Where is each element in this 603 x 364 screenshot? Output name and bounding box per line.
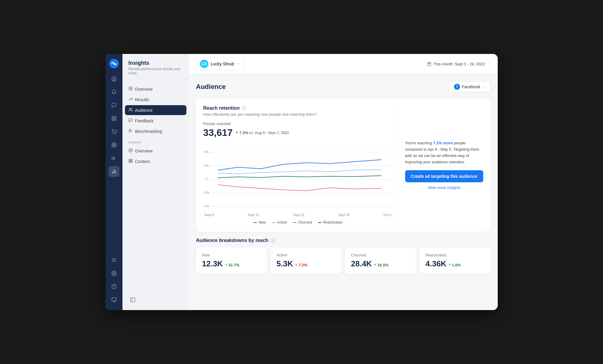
facebook-icon: f: [454, 84, 460, 90]
reach-info-icon[interactable]: i: [241, 106, 246, 111]
breakdown-card-churned: Churned 28.4K 16.5%: [345, 247, 416, 274]
people-reached-value: 33,617 7.2% vs. Aug 8 - Sept 7, 2022: [203, 127, 393, 138]
breakdown-info-icon[interactable]: i: [270, 238, 275, 243]
nav-icon-feedback[interactable]: [109, 294, 119, 305]
breakdown-card-reactivated: Reactivated 4.36K 1.8%: [420, 247, 490, 274]
svg-rect-5: [112, 119, 113, 121]
calendar-icon: [427, 62, 431, 66]
sidebar-item-feedback-label: Feedback: [135, 118, 154, 123]
bc-reactivated-value: 4.36K 1.8%: [426, 259, 484, 268]
legend-new-dot: [253, 222, 257, 223]
main-content: LS Lucky Shrub This month: Sept 1 - 24, …: [189, 54, 498, 310]
bc-new-label: New: [202, 253, 261, 257]
date-selector[interactable]: This month: Sept 1 - 24, 2022: [427, 62, 490, 66]
sidebar-item-benchmarking[interactable]: Benchmarking: [125, 126, 186, 136]
svg-rect-3: [114, 116, 116, 118]
chart-legend: New Active Churned: [203, 220, 393, 224]
content-content-icon: [129, 159, 133, 164]
svg-text:-40k: -40k: [203, 204, 210, 208]
nav-icon-analytics[interactable]: [109, 166, 119, 177]
up-icon: [225, 263, 228, 266]
sidebar-item-content-content[interactable]: Content: [125, 156, 186, 166]
nav-icon-home[interactable]: [109, 73, 119, 84]
benchmarking-icon: [129, 129, 133, 134]
platform-chevron-icon: [482, 85, 486, 89]
account-selector[interactable]: LS Lucky Shrub: [196, 58, 244, 70]
reach-retention-title: Reach retention i: [203, 105, 393, 111]
nav-icon-bell[interactable]: [109, 86, 119, 97]
bc-active-label: Active: [277, 253, 335, 257]
sidebar-item-overview[interactable]: Overview: [125, 84, 186, 94]
svg-rect-36: [130, 298, 135, 302]
nav-icon-pages[interactable]: [109, 113, 119, 124]
create-ad-button[interactable]: Create ad targeting this audience: [405, 170, 483, 182]
svg-rect-34: [131, 161, 132, 162]
sidebar-item-content-overview[interactable]: Overview: [125, 146, 186, 156]
legend-churned-dot: [293, 222, 297, 223]
nav-icon-shop[interactable]: [109, 126, 119, 137]
legend-active: Active: [272, 220, 287, 224]
sidebar-item-feedback[interactable]: Feedback: [125, 116, 186, 126]
sidebar-item-results[interactable]: Results: [125, 95, 186, 105]
chevron-down-icon: [236, 62, 240, 66]
sidebar-item-audience-label: Audience: [135, 108, 153, 113]
svg-marker-12: [112, 157, 114, 160]
platform-selector[interactable]: f Facebook: [449, 81, 490, 92]
bc-reactivated-label: Reactivated: [426, 253, 484, 257]
view-more-insights-link[interactable]: View more insights: [405, 185, 483, 190]
sidebar-subtitle: Review performance results and more.: [129, 67, 183, 75]
app-logo[interactable]: [109, 59, 119, 68]
content-overview-icon: [129, 148, 133, 153]
card-side: You're reaching 7.2% more people compare…: [399, 105, 483, 224]
page-title: Audience: [196, 83, 226, 91]
legend-churned: Churned: [293, 220, 312, 224]
legend-reactivated-dot: [318, 222, 322, 223]
breakdown-cards: New 12.3K 32.7% Active 5.3K: [196, 247, 490, 274]
content-section-label: Content: [125, 137, 186, 145]
svg-rect-4: [114, 119, 116, 121]
nav-icon-megaphone[interactable]: [109, 153, 119, 164]
insight-highlight: 7.2% more: [433, 141, 453, 145]
svg-point-27: [129, 108, 131, 110]
nav-icon-help[interactable]: [109, 281, 119, 292]
sidebar-item-overview-label: Overview: [135, 87, 153, 92]
page-header: Audience f Facebook: [196, 81, 490, 92]
nav-icon-menu[interactable]: [109, 255, 119, 265]
bc-churned-value: 28.4K 16.5%: [351, 259, 410, 268]
breakdown-card-active: Active 5.3K 7.2%: [271, 247, 341, 274]
people-reached-label: People reached: [203, 121, 393, 126]
breakdown-section: Audience breakdowns by reach i New 12.3K…: [196, 238, 490, 274]
insight-text: You're reaching 7.2% more people compare…: [405, 140, 483, 165]
svg-point-19: [113, 273, 115, 274]
top-bar: LS Lucky Shrub This month: Sept 1 - 24, …: [189, 54, 498, 74]
collapse-sidebar-button[interactable]: [127, 294, 184, 305]
bc-new-value: 12.3K 32.7%: [202, 259, 261, 268]
sidebar-title: Insights: [129, 60, 183, 66]
breakdown-title: Audience breakdowns by reach i: [196, 238, 490, 243]
bc-active-change: 7.2%: [295, 263, 307, 267]
svg-rect-32: [129, 159, 130, 161]
reach-chart: 40k 20k 0 -20k -40k: [203, 143, 393, 209]
change-badge: 7.2% vs. Aug 8 - Sept 7, 2022: [235, 130, 289, 135]
svg-point-28: [129, 129, 131, 131]
svg-text:-20k: -20k: [203, 191, 210, 194]
up-arrow-icon: [235, 131, 239, 135]
sidebar-item-content-label: Content: [135, 159, 150, 164]
nav-icon-settings[interactable]: [109, 268, 119, 279]
sidebar-item-benchmarking-label: Benchmarking: [135, 129, 162, 134]
svg-point-30: [129, 149, 132, 152]
up-icon-2: [374, 263, 377, 266]
svg-text:40k: 40k: [204, 150, 209, 154]
bc-churned-label: Churned: [351, 253, 410, 257]
svg-rect-38: [428, 62, 431, 66]
svg-rect-35: [129, 161, 130, 162]
nav-icon-chat[interactable]: [109, 100, 119, 111]
nav-icon-table[interactable]: [109, 140, 119, 150]
overview-icon: [129, 86, 133, 92]
sidebar-item-audience[interactable]: Audience: [125, 105, 186, 115]
bc-new-change: 32.7%: [225, 263, 240, 267]
reach-retention-card: Reach retention i How effectively are yo…: [196, 98, 490, 232]
feedback-icon: [129, 118, 133, 123]
results-icon: [129, 97, 133, 102]
legend-active-dot: [272, 222, 275, 223]
